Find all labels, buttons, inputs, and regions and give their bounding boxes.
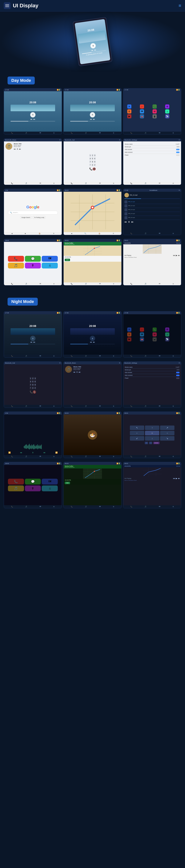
social-track-5[interactable]: 华乐_05.mp3 — [125, 216, 180, 220]
bt-call-close[interactable]: ✕ — [119, 139, 120, 141]
social-track-1[interactable]: 华乐_01.mp3 — [125, 200, 180, 204]
app-phone[interactable]: 📞 — [153, 104, 157, 108]
nbm-prev[interactable]: ⏮ — [74, 371, 75, 373]
nha-extra1[interactable]: 📱 — [153, 337, 157, 341]
nha-phone[interactable]: 📞 — [153, 328, 157, 332]
nbc-num-0[interactable]: 0 — [32, 387, 34, 389]
nbc-call-btn[interactable]: 📞 — [30, 391, 33, 394]
nw-shuffle[interactable]: 🔀 — [8, 452, 10, 454]
nch-music[interactable]: 🎵 — [8, 486, 24, 491]
nnc-dir-br[interactable]: ↘ — [160, 436, 175, 441]
social-play[interactable]: ⏸ — [128, 221, 130, 223]
num-5[interactable]: 5 — [91, 157, 93, 160]
nha-carplay[interactable]: 🚗 — [140, 337, 144, 341]
app-telegram[interactable]: ✈ — [127, 104, 131, 108]
music-prev[interactable]: ⏮ — [30, 118, 32, 120]
app-carplay[interactable]: 🚗 — [140, 114, 144, 118]
nnc-dir-tl[interactable]: ↖ — [130, 426, 144, 430]
nbm-close[interactable]: ✕ — [119, 362, 120, 364]
music-play-btn[interactable]: ⏸ — [30, 112, 35, 118]
cp-phone[interactable]: 📞 — [8, 256, 24, 262]
nbs-pw-toggle[interactable] — [176, 377, 180, 379]
np-play[interactable]: ▶ — [176, 254, 177, 256]
auto-connect-toggle[interactable] — [176, 152, 180, 153]
nha-youtube[interactable]: ▶ — [127, 337, 131, 341]
nnc-zoom-in[interactable]: + — [145, 442, 148, 444]
bt-prev-btn[interactable]: ⏮ — [14, 148, 16, 150]
cp-spotify[interactable]: ♫ — [42, 262, 58, 269]
power-toggle[interactable] — [176, 154, 180, 156]
music-play-btn-2[interactable]: ⏸ — [90, 112, 95, 118]
app-bt[interactable]: B — [127, 110, 131, 114]
nbc-num-5[interactable]: 5 — [32, 380, 34, 383]
hangup-btn[interactable]: 📵 — [92, 167, 96, 170]
prev-2[interactable]: ⏮ — [90, 118, 92, 120]
cp-podcast[interactable]: 🎙 — [25, 262, 41, 269]
google-lucky-btn[interactable]: I'm Feeling Lucky — [33, 216, 46, 219]
nw-prev[interactable]: ⏮ — [20, 452, 22, 454]
num-8[interactable]: 8 — [91, 160, 93, 163]
num-star[interactable]: * — [89, 164, 91, 166]
nnm-go-btn[interactable]: GO — [65, 482, 70, 484]
nw-next[interactable]: ⏭ — [44, 452, 46, 454]
num-hash[interactable]: # — [94, 164, 96, 166]
social-track-4[interactable]: 华乐_04.mp3 — [125, 212, 180, 216]
nch-podcast[interactable]: 🎙 — [25, 486, 41, 491]
nnc-dir-bl[interactable]: ↙ — [130, 436, 144, 441]
app-waze[interactable]: W — [153, 110, 157, 114]
nbc-num-9[interactable]: 9 — [34, 383, 36, 386]
num-4[interactable]: 4 — [89, 157, 91, 160]
nha-waze[interactable]: W — [153, 332, 157, 337]
app-extra-2[interactable]: 📡 — [165, 114, 169, 118]
nw-repeat[interactable]: 🔁 — [55, 452, 58, 454]
app-music[interactable]: ♪ — [140, 104, 144, 108]
nnc-dir-left[interactable]: ← — [130, 431, 144, 435]
nbc-num-8[interactable]: 8 — [32, 383, 34, 386]
num-0[interactable]: 0 — [91, 164, 93, 166]
social-next[interactable]: ⏭ — [131, 221, 133, 223]
np-prev[interactable]: ⏮ — [173, 254, 175, 256]
num-3[interactable]: 3 — [94, 154, 96, 157]
nnc-dir-down[interactable]: ↓ — [145, 436, 159, 441]
menu-icon[interactable] — [4, 2, 10, 9]
nav-hamburger-icon[interactable]: ≡ — [179, 3, 181, 8]
nm2-play-btn[interactable]: ⏸ — [90, 336, 95, 341]
nbc-num-3[interactable]: 3 — [34, 377, 36, 380]
nm1-play-btn[interactable]: ⏸ — [30, 336, 35, 341]
nch-spotify[interactable]: ♫ — [42, 486, 58, 491]
social-track-2[interactable]: 华乐_02.mp3 — [125, 204, 180, 208]
nbc-num-7[interactable]: 7 — [30, 383, 31, 386]
nbc-num-1[interactable]: 1 — [30, 377, 31, 380]
music-next[interactable]: ⏭ — [33, 118, 35, 120]
bt-settings-close[interactable]: ✕ — [179, 139, 180, 141]
app-extra-1[interactable]: 📱 — [153, 114, 157, 118]
nha-bt[interactable]: B — [127, 332, 131, 337]
nbc-num-2[interactable]: 2 — [32, 377, 34, 380]
nha-extra2[interactable]: 📡 — [165, 337, 169, 341]
nha-map[interactable]: 🗺 — [140, 332, 144, 337]
social-track-3[interactable]: 华乐_03.mp3 — [125, 208, 180, 212]
cp-music[interactable]: 🎵 — [8, 262, 24, 269]
hero-play-button[interactable]: ⏸ — [90, 43, 96, 49]
app-youtube[interactable]: ▶ — [127, 114, 131, 118]
nnc-zoom-out[interactable]: − — [149, 442, 152, 444]
num-7[interactable]: 7 — [89, 160, 91, 163]
nnc-mode-btn[interactable]: MODE — [153, 442, 160, 444]
social-prev[interactable]: ⏮ — [125, 221, 127, 223]
google-search-bar[interactable]: 🔍 Search... — [8, 211, 58, 215]
nbc-close[interactable]: ✕ — [59, 362, 60, 364]
nbc-num-star[interactable]: * — [30, 387, 31, 389]
nha-music[interactable]: ♪ — [140, 328, 144, 332]
nnc-dir-right[interactable]: → — [160, 431, 175, 435]
nha-settings[interactable]: ⚙ — [165, 328, 169, 332]
nnp-next[interactable]: ⏭ — [178, 477, 180, 479]
nm1-prev[interactable]: ⏮ — [30, 341, 32, 343]
app-spotify[interactable]: ♫ — [165, 110, 169, 114]
nm1-next[interactable]: ⏭ — [33, 341, 35, 343]
cp-maps[interactable]: 🗺 — [42, 256, 58, 262]
nha-telegram[interactable]: ✈ — [127, 328, 131, 332]
nbs-close[interactable]: ✕ — [179, 362, 180, 364]
nbs-ac-toggle[interactable] — [176, 375, 180, 376]
nnp-play[interactable]: ▶ — [176, 477, 177, 479]
nbm-play[interactable]: ⏸ — [76, 371, 78, 373]
